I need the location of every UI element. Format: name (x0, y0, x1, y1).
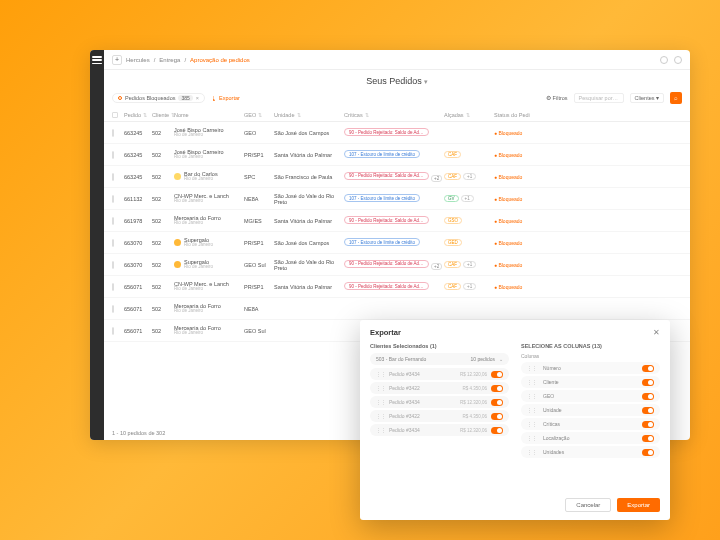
client-selector[interactable]: 503 - Bar do Fernando 10 pedidos⌄ (370, 353, 509, 365)
toggle[interactable] (491, 427, 503, 434)
checkbox[interactable] (112, 261, 114, 269)
critique-pill[interactable]: 107 - Estouro de limite de crédito (344, 194, 420, 202)
toggle[interactable] (642, 421, 654, 428)
checkbox-all[interactable] (112, 112, 118, 118)
table-row[interactable]: 663245 502 Bar do CarlosRio de Janeiro S… (104, 166, 690, 188)
table-row[interactable]: 661978 502 Mercearia do ForroRio de Jane… (104, 210, 690, 232)
toggle[interactable] (491, 371, 503, 378)
alcada-pill[interactable]: GED (444, 239, 462, 246)
toggle[interactable] (491, 385, 503, 392)
critique-pill[interactable]: 90 - Pedido Rejeitado: Saldo de Adiantam… (344, 216, 429, 224)
checkbox[interactable] (112, 217, 114, 225)
checkbox[interactable] (112, 327, 114, 335)
clients-dropdown[interactable]: Clientes ▾ (630, 93, 664, 103)
table-row[interactable]: 663245 502 José Bispo CarneiroRio de Jan… (104, 122, 690, 144)
alcada-pill[interactable]: +1 (463, 261, 476, 268)
page-title[interactable]: Seus Pedidos (104, 70, 690, 88)
checkbox[interactable] (112, 151, 114, 159)
chevron-down-icon: ⌄ (499, 356, 503, 362)
table-row[interactable]: 663245 502 José Bispo CarneiroRio de Jan… (104, 144, 690, 166)
close-icon[interactable]: ✕ (653, 328, 660, 337)
toggle[interactable] (491, 413, 503, 420)
filters-button[interactable]: ⚙ Filtros (546, 95, 568, 101)
search-button[interactable]: ⌕ (670, 92, 682, 104)
toggle[interactable] (642, 365, 654, 372)
alcada-pill[interactable]: +1 (463, 173, 476, 180)
status-badge: ● Bloqueado (494, 196, 522, 202)
status-badge: ● Bloqueado (494, 130, 522, 136)
status-badge: ● Bloqueado (494, 152, 522, 158)
alcada-pill[interactable]: CAF (444, 283, 461, 290)
column-item[interactable]: ⋮⋮Críticas (521, 418, 660, 430)
export-button[interactable]: Exportar (617, 498, 660, 512)
export-modal: Exportar ✕ Clientes Selecionados (1) 503… (360, 320, 670, 520)
checkbox[interactable] (112, 239, 114, 247)
column-item[interactable]: ⋮⋮Cliente (521, 376, 660, 388)
clients-heading: Clientes Selecionados (1) (370, 343, 509, 349)
drag-handle-icon: ⋮⋮ (527, 393, 537, 399)
column-item[interactable]: ⋮⋮Unidades (521, 446, 660, 458)
checkbox[interactable] (112, 173, 114, 181)
help-icon[interactable] (674, 56, 682, 64)
breadcrumb-3[interactable]: Aprovação de pedidos (190, 57, 250, 63)
critique-pill[interactable]: 107 - Estouro de limite de crédito (344, 150, 420, 158)
cancel-button[interactable]: Cancelar (565, 498, 611, 512)
order-item[interactable]: ⋮⋮Pedido #3434R$ 12.320,06 (370, 396, 509, 408)
checkbox[interactable] (112, 129, 114, 137)
toggle[interactable] (642, 393, 654, 400)
table-row[interactable]: 656071 502 CN-WP Merc. e LanchRio de Jan… (104, 276, 690, 298)
critique-count[interactable]: +2 (431, 263, 442, 270)
order-item[interactable]: ⋮⋮Pedido #3434R$ 12.320,06 (370, 368, 509, 380)
toggle[interactable] (642, 435, 654, 442)
close-icon: × (196, 95, 199, 101)
alcada-pill[interactable]: CAF (444, 151, 461, 158)
toggle[interactable] (642, 407, 654, 414)
alcada-pill[interactable]: CAF (444, 173, 461, 180)
toggle[interactable] (491, 399, 503, 406)
checkbox[interactable] (112, 195, 114, 203)
critique-pill[interactable]: 107 - Estouro de limite de crédito (344, 238, 420, 246)
column-item[interactable]: ⋮⋮Número (521, 362, 660, 374)
alcada-pill[interactable]: +1 (461, 195, 474, 202)
drag-handle-icon: ⋮⋮ (376, 385, 386, 391)
new-button[interactable]: + (112, 55, 122, 65)
alcada-pill[interactable]: GSO (444, 217, 462, 224)
critique-pill[interactable]: 90 - Pedido Rejeitado: Saldo de Adiantam… (344, 282, 429, 290)
export-link[interactable]: ⭳ Exportar (211, 95, 240, 101)
critique-pill[interactable]: 90 - Pedido Rejeitado: Saldo de Adiantam… (344, 128, 429, 136)
client-icon (174, 261, 181, 268)
table-row[interactable]: 663070 502 SupergaloRio de Janeiro GEO S… (104, 254, 690, 276)
alcada-pill[interactable]: CAF (444, 261, 461, 268)
status-badge: ● Bloqueado (494, 174, 522, 180)
drag-handle-icon: ⋮⋮ (376, 413, 386, 419)
breadcrumb-1[interactable]: Hercules (126, 57, 150, 63)
menu-icon[interactable] (92, 56, 102, 64)
column-item[interactable]: ⋮⋮Localização (521, 432, 660, 444)
critique-count[interactable]: +2 (431, 175, 442, 182)
checkbox[interactable] (112, 283, 114, 291)
column-item[interactable]: ⋮⋮Unidade (521, 404, 660, 416)
alcada-pill[interactable]: +1 (463, 283, 476, 290)
modal-title: Exportar (370, 328, 401, 337)
toggle[interactable] (642, 449, 654, 456)
bell-icon[interactable] (660, 56, 668, 64)
toggle[interactable] (642, 379, 654, 386)
checkbox[interactable] (112, 305, 114, 313)
order-item[interactable]: ⋮⋮Pedido #3422R$ 4.350,06 (370, 382, 509, 394)
breadcrumb-2[interactable]: Entrega (159, 57, 180, 63)
search-input[interactable]: Pesquisar por… (574, 93, 624, 103)
drag-handle-icon: ⋮⋮ (527, 379, 537, 385)
table-row[interactable]: 661132 502 CN-WP Merc. e LanchRio de Jan… (104, 188, 690, 210)
drag-handle-icon: ⋮⋮ (376, 399, 386, 405)
filter-chip[interactable]: Pedidos Bloqueados 385 × (112, 93, 205, 103)
column-item[interactable]: ⋮⋮GEO (521, 390, 660, 402)
order-item[interactable]: ⋮⋮Pedido #3434R$ 12.320,06 (370, 424, 509, 436)
alcada-pill[interactable]: GV (444, 195, 459, 202)
critique-pill[interactable]: 90 - Pedido Rejeitado: Saldo de Adiantam… (344, 172, 429, 180)
critique-pill[interactable]: 90 - Pedido Rejeitado: Saldo de Adiantam… (344, 260, 429, 268)
order-item[interactable]: ⋮⋮Pedido #3422R$ 4.350,06 (370, 410, 509, 422)
table-row[interactable]: 663070 502 SupergaloRio de Janeiro PR/SP… (104, 232, 690, 254)
drag-handle-icon: ⋮⋮ (527, 435, 537, 441)
table-row[interactable]: 656071 502 Mercearia do ForroRio de Jane… (104, 298, 690, 320)
client-icon (174, 239, 181, 246)
